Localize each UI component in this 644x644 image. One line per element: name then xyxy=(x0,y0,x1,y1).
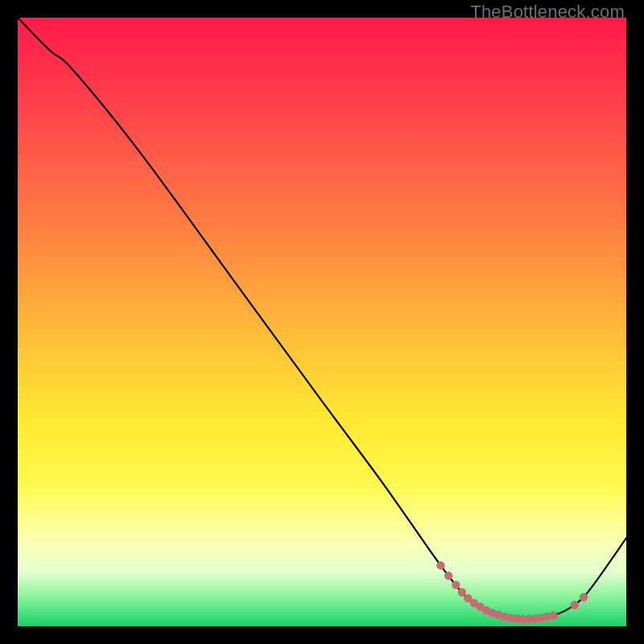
curve-svg xyxy=(18,18,626,626)
curve-marker xyxy=(436,561,444,569)
curve-marker xyxy=(571,601,579,609)
bottleneck-curve xyxy=(18,18,626,619)
curve-markers xyxy=(436,561,588,623)
curve-marker xyxy=(458,588,466,597)
curve-marker xyxy=(444,572,452,580)
curve-marker xyxy=(549,611,557,619)
plot-area xyxy=(18,18,626,626)
chart-frame: TheBottleneck.com xyxy=(0,0,644,644)
curve-marker xyxy=(580,593,588,601)
curve-marker xyxy=(452,580,460,588)
